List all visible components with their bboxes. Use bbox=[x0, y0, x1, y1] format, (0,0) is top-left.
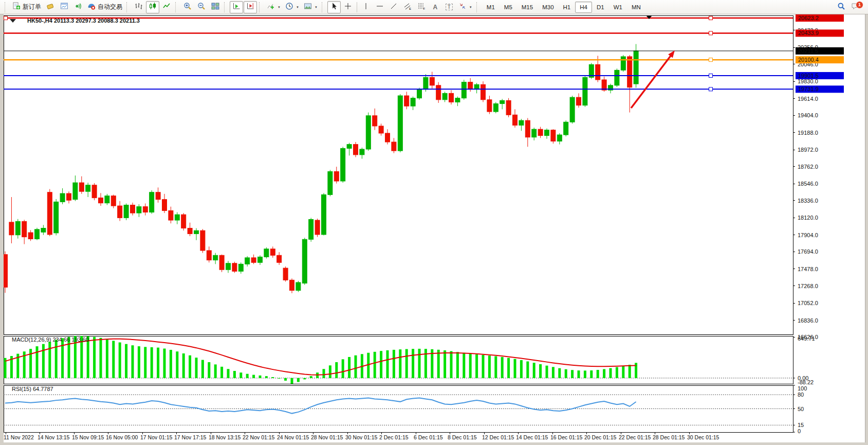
timeframe-group: M1M5M15M30H1H4D1W1MN bbox=[482, 2, 645, 13]
candle bbox=[423, 77, 428, 89]
candle bbox=[22, 221, 27, 237]
macd-histogram-bar bbox=[437, 350, 440, 378]
line-handle[interactable] bbox=[709, 74, 713, 78]
macd-histogram-bar bbox=[335, 362, 338, 378]
candle bbox=[506, 100, 511, 115]
templates-button[interactable]: ▼ bbox=[302, 1, 320, 13]
x-axis-label: 17 Nov 01:15 bbox=[140, 434, 173, 440]
macd-histogram-bar bbox=[132, 345, 134, 378]
candle bbox=[513, 115, 518, 125]
timeframe-button-d1[interactable]: D1 bbox=[592, 2, 609, 13]
zoom-in-button[interactable] bbox=[181, 1, 194, 13]
signals-button[interactable] bbox=[71, 1, 85, 13]
text-label-tool-button[interactable]: T bbox=[442, 1, 456, 13]
arrow-objects-button[interactable]: ▼ bbox=[456, 1, 474, 13]
toolbar-grip bbox=[126, 2, 130, 12]
equidistant-channel-tool-button[interactable]: E bbox=[401, 1, 414, 13]
autotrading-button[interactable]: 自动交易 bbox=[85, 1, 124, 13]
horizontal-line-tool-button[interactable] bbox=[373, 1, 386, 13]
candle bbox=[188, 228, 192, 234]
candle bbox=[99, 198, 103, 203]
chart-canvas[interactable]: HK50-,H4 20113.3 20297.3 20088.3 20211.3… bbox=[4, 14, 865, 442]
y-axis-tick-label: 18972.0 bbox=[798, 147, 818, 153]
candle bbox=[570, 97, 575, 122]
text-tool-button[interactable]: A bbox=[429, 1, 442, 13]
x-axis-label: 16 Nov 05:00 bbox=[106, 434, 138, 440]
timeframe-button-m30[interactable]: M30 bbox=[538, 2, 558, 13]
candlestick-type-button[interactable] bbox=[146, 1, 159, 13]
candle bbox=[551, 130, 556, 141]
toolbar-grip bbox=[259, 2, 262, 12]
trendline-icon bbox=[390, 2, 398, 12]
candle bbox=[162, 200, 167, 211]
bar-chart-type-button[interactable] bbox=[132, 1, 145, 13]
line-handle[interactable] bbox=[709, 16, 713, 20]
vertical-line-tool-button[interactable] bbox=[359, 1, 373, 13]
line-handle[interactable] bbox=[709, 58, 713, 62]
timeframe-button-w1[interactable]: W1 bbox=[609, 2, 627, 13]
fibonacci-tool-button[interactable]: F bbox=[415, 1, 428, 13]
price-label-20211.5: 20211.5 bbox=[798, 48, 818, 54]
candle bbox=[315, 220, 320, 235]
candle bbox=[430, 77, 434, 85]
macd-histogram-bar bbox=[170, 350, 172, 378]
candle bbox=[264, 249, 269, 257]
macd-histogram-bar bbox=[55, 340, 58, 378]
candle bbox=[296, 282, 301, 291]
chart-shift-button[interactable] bbox=[244, 1, 257, 13]
macd-histogram-bar bbox=[475, 354, 478, 378]
y-axis-tick-label: 18120.0 bbox=[798, 215, 818, 221]
x-axis-label: 16 Dec 01:15 bbox=[550, 434, 583, 440]
macd-histogram-bar bbox=[265, 376, 268, 378]
auto-scroll-button[interactable] bbox=[230, 1, 243, 13]
x-axis-label: 22 Dec 01:15 bbox=[619, 434, 651, 440]
new-chart-button[interactable] bbox=[58, 1, 71, 13]
line-handle[interactable] bbox=[709, 87, 713, 91]
line-handle[interactable] bbox=[4, 16, 8, 20]
x-axis-label: 28 Dec 01:15 bbox=[653, 434, 685, 440]
timeframe-button-m5[interactable]: M5 bbox=[500, 2, 517, 13]
timeframe-button-m1[interactable]: M1 bbox=[482, 2, 500, 13]
macd-histogram-bar bbox=[386, 350, 389, 378]
candle bbox=[538, 129, 543, 135]
chevron-down-icon: ▼ bbox=[296, 6, 299, 9]
fibonacci-icon: F bbox=[417, 2, 426, 12]
cursor-button[interactable] bbox=[327, 1, 341, 13]
x-axis-label: 8 Dec 01:15 bbox=[448, 434, 477, 440]
notifications-button[interactable]: 1 bbox=[848, 1, 862, 13]
candle bbox=[175, 215, 179, 220]
timeframe-button-m15[interactable]: M15 bbox=[517, 2, 538, 13]
candle bbox=[519, 120, 524, 125]
search-button[interactable] bbox=[835, 1, 848, 13]
search-icon bbox=[837, 2, 845, 12]
indicators-icon bbox=[267, 2, 275, 12]
eraser-button[interactable] bbox=[44, 1, 57, 13]
timeframe-button-h4[interactable]: H4 bbox=[575, 2, 592, 13]
timeframe-button-mn[interactable]: MN bbox=[627, 2, 645, 13]
tile-windows-button[interactable] bbox=[209, 1, 222, 13]
new-order-button[interactable]: 新订单 bbox=[10, 1, 43, 13]
svg-text:E: E bbox=[409, 7, 411, 10]
toolbar-grip bbox=[476, 2, 479, 12]
candle bbox=[79, 183, 84, 191]
indicators-button[interactable]: ▼ bbox=[265, 1, 283, 13]
candle bbox=[290, 280, 294, 290]
candle bbox=[621, 57, 625, 70]
candle bbox=[35, 229, 40, 239]
macd-histogram-bar bbox=[424, 349, 427, 378]
line-handle[interactable] bbox=[709, 31, 713, 35]
rsi-axis-label: 0 bbox=[798, 428, 801, 434]
candle bbox=[557, 135, 562, 141]
line-chart-type-button[interactable] bbox=[160, 1, 173, 13]
crosshair-button[interactable] bbox=[341, 1, 355, 13]
trendline-tool-button[interactable] bbox=[387, 1, 400, 13]
periods-button[interactable]: ▼ bbox=[283, 1, 301, 13]
signal-icon bbox=[74, 2, 82, 12]
zoom-out-button[interactable] bbox=[195, 1, 208, 13]
macd-histogram-bar bbox=[469, 353, 472, 378]
candle bbox=[583, 77, 587, 105]
price-label-19901.5: 19901.5 bbox=[798, 73, 819, 79]
y-axis-tick-label: 18546.0 bbox=[798, 181, 818, 187]
candle bbox=[47, 192, 52, 235]
timeframe-button-h1[interactable]: H1 bbox=[559, 2, 576, 13]
